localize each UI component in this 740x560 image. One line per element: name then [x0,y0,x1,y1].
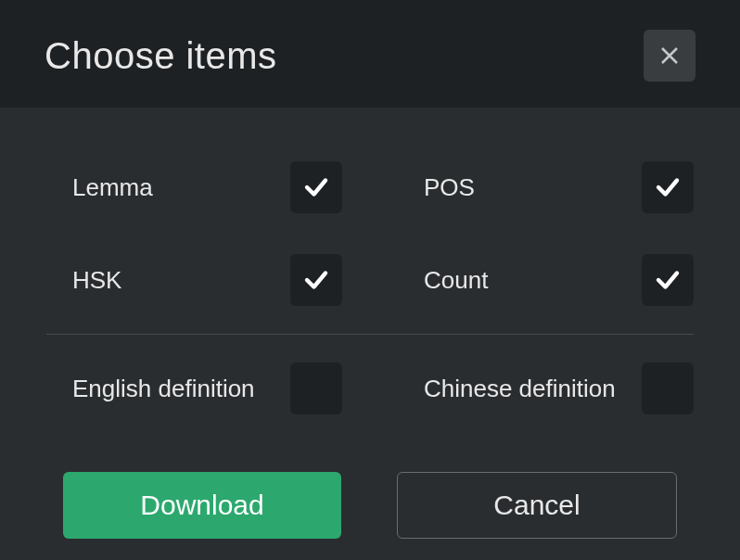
checkbox-hsk[interactable] [290,254,342,306]
cancel-button[interactable]: Cancel [397,472,677,539]
download-button[interactable]: Download [63,472,341,539]
close-icon [658,45,681,67]
option-label: Count [424,266,488,295]
divider [46,334,694,335]
dialog-buttons: Download Cancel [46,472,694,539]
option-lemma: Lemma [46,161,342,213]
option-count: Count [398,254,694,306]
options-row: HSK Count [46,234,694,326]
options-row: Lemma POS [46,141,694,234]
checkbox-count[interactable] [642,254,694,306]
options-group: Lemma POS HSK [46,141,694,435]
dialog-body: Lemma POS HSK [0,108,740,560]
option-label: Lemma [72,173,153,202]
checkbox-chinese-definition[interactable] [642,363,694,414]
choose-items-dialog: Choose items Lemma POS [0,0,740,560]
checkbox-english-definition[interactable] [290,363,342,414]
check-icon [654,266,682,294]
check-icon [302,173,330,201]
dialog-header: Choose items [0,0,740,108]
dialog-title: Choose items [45,35,277,77]
option-label: English definition [72,375,255,403]
checkbox-lemma[interactable] [290,161,342,213]
option-label: POS [424,173,475,202]
option-label: HSK [72,266,121,295]
option-hsk: HSK [46,254,342,306]
options-row: English definition Chinese definition [46,342,694,435]
option-pos: POS [398,161,694,213]
option-chinese-definition: Chinese definition [398,363,694,414]
option-english-definition: English definition [46,363,342,414]
check-icon [654,173,682,201]
close-button[interactable] [644,30,695,82]
checkbox-pos[interactable] [642,161,694,213]
check-icon [302,266,330,294]
option-label: Chinese definition [424,375,616,403]
